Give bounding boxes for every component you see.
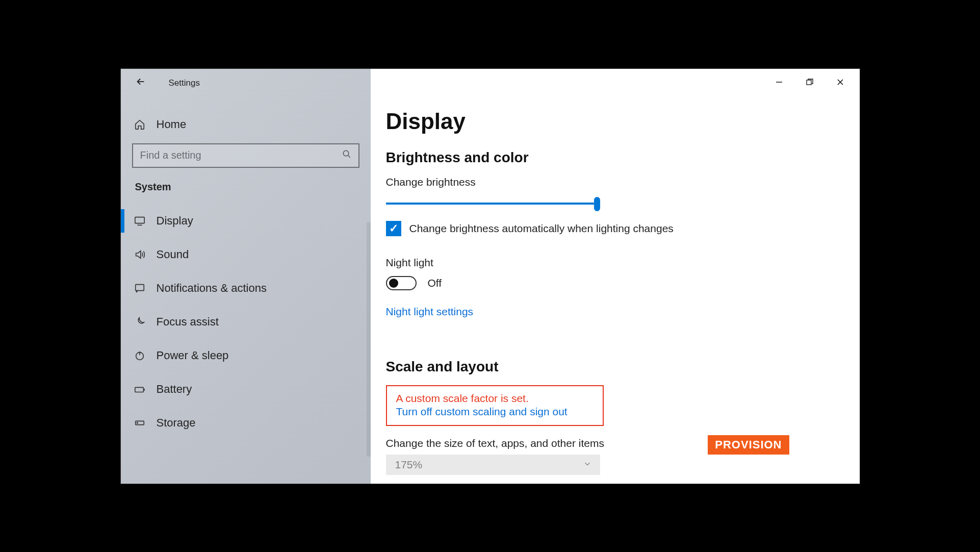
svg-rect-2 <box>135 284 144 290</box>
sidebar-item-label: Battery <box>157 383 192 396</box>
page-title: Display <box>386 109 860 134</box>
auto-brightness-label: Change brightness automatically when lig… <box>409 222 674 235</box>
titlebar-controls <box>760 69 860 95</box>
turn-off-scaling-link[interactable]: Turn off custom scaling and sign out <box>396 406 568 418</box>
sidebar-item-label: Focus assist <box>157 315 219 329</box>
sidebar-header: Settings <box>121 69 371 97</box>
sidebar-item-notifications[interactable]: Notifications & actions <box>121 271 371 305</box>
power-icon <box>134 350 145 361</box>
change-brightness-label: Change brightness <box>386 176 860 188</box>
home-icon <box>134 119 145 130</box>
maximize-button[interactable] <box>804 76 816 88</box>
custom-scale-warning: A custom scale factor is set. <box>396 392 594 405</box>
sidebar-item-focus-assist[interactable]: Focus assist <box>121 305 371 339</box>
brightness-slider[interactable] <box>386 202 600 206</box>
main-content: Display Brightness and color Change brig… <box>371 69 860 484</box>
storage-icon <box>134 417 145 429</box>
sidebar-item-battery[interactable]: Battery <box>121 372 371 406</box>
back-icon[interactable] <box>135 76 146 90</box>
sidebar-scrollbar[interactable] <box>367 222 371 457</box>
svg-point-6 <box>137 422 138 423</box>
section-label: System <box>132 181 359 204</box>
slider-track <box>386 203 600 205</box>
search-input[interactable] <box>140 149 342 161</box>
sidebar-item-label: Display <box>157 214 193 228</box>
toggle-knob <box>389 279 398 288</box>
content-area: Display Brightness and color Change brig… <box>371 69 860 475</box>
slider-thumb[interactable] <box>594 197 600 211</box>
night-light-state: Off <box>428 277 442 289</box>
svg-rect-4 <box>135 387 143 392</box>
scale-heading: Scale and layout <box>386 359 860 375</box>
search-input-wrapper[interactable] <box>132 143 359 168</box>
watermark: PROVISION <box>708 435 789 455</box>
auto-brightness-row[interactable]: Change brightness automatically when lig… <box>386 221 860 236</box>
home-button[interactable]: Home <box>132 112 359 141</box>
moon-icon <box>134 316 145 328</box>
home-label: Home <box>157 118 187 131</box>
brightness-heading: Brightness and color <box>386 149 860 166</box>
minimize-button[interactable] <box>773 76 785 88</box>
window-title: Settings <box>169 78 200 88</box>
sidebar-item-label: Sound <box>157 248 189 261</box>
sidebar-item-power-sleep[interactable]: Power & sleep <box>121 339 371 372</box>
close-button[interactable] <box>834 76 846 88</box>
battery-icon <box>134 384 145 395</box>
sidebar-item-display[interactable]: Display <box>121 204 371 238</box>
chevron-down-icon <box>584 460 591 469</box>
sidebar-item-sound[interactable]: Sound <box>121 238 371 271</box>
svg-rect-1 <box>135 217 144 223</box>
night-light-label: Night light <box>386 257 860 269</box>
scale-dropdown[interactable]: 175% <box>386 455 600 475</box>
svg-point-0 <box>343 150 349 156</box>
sidebar: Settings Home System <box>121 69 371 484</box>
sidebar-item-label: Notifications & actions <box>157 282 267 295</box>
sidebar-nav: Home System Display <box>121 97 371 440</box>
sound-icon <box>134 249 145 260</box>
dropdown-value: 175% <box>395 459 423 471</box>
custom-scale-callout: A custom scale factor is set. Turn off c… <box>386 385 604 426</box>
svg-rect-7 <box>807 80 811 85</box>
sidebar-item-storage[interactable]: Storage <box>121 406 371 440</box>
sidebar-item-label: Power & sleep <box>157 349 229 362</box>
nav-list: Display Sound Notifications & actions <box>121 204 371 440</box>
night-light-toggle-row: Off <box>386 276 860 290</box>
search-icon <box>342 149 351 161</box>
night-light-settings-link[interactable]: Night light settings <box>386 306 474 318</box>
night-light-toggle[interactable] <box>386 276 417 290</box>
chat-icon <box>134 283 145 294</box>
monitor-icon <box>134 215 145 227</box>
auto-brightness-checkbox[interactable] <box>386 221 401 236</box>
settings-window: Settings Home System <box>120 68 860 484</box>
sidebar-item-label: Storage <box>157 416 196 430</box>
